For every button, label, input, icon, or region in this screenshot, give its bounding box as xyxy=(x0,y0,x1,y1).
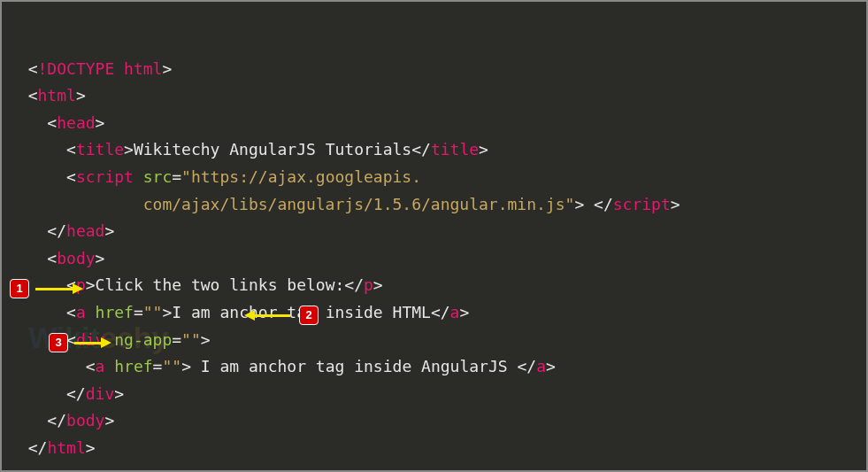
code-line: </body> xyxy=(9,411,114,429)
code-line: <script src="https://ajax.googleapis. xyxy=(9,167,421,186)
annotation-badge-3: 3 xyxy=(49,333,68,352)
code-line: <a href=""> I am anchor tag inside Angul… xyxy=(9,357,556,375)
arrow-right-icon xyxy=(35,288,74,290)
code-line: <!DOCTYPE html> xyxy=(9,59,172,78)
code-line: <title>Wikitechy AngularJS Tutorials</ti… xyxy=(9,140,488,159)
code-line: </html> xyxy=(9,438,96,457)
arrow-right-icon xyxy=(74,342,103,344)
code-line: </head> xyxy=(9,221,114,240)
arrow-left-icon xyxy=(253,314,290,317)
code-line: <html> xyxy=(9,86,86,104)
code-line: </div> xyxy=(9,384,124,403)
code-line: <head> xyxy=(9,113,104,132)
code-line: com/ajax/libs/angularjs/1.5.6/angular.mi… xyxy=(9,195,680,213)
annotation-badge-2: 2 xyxy=(299,306,319,325)
annotation-badge-1: 1 xyxy=(10,279,29,298)
code-line: <body> xyxy=(9,249,104,267)
code-line: <p>Click the two links below:</p> xyxy=(9,275,383,294)
code-block: <!DOCTYPE html> <html> <head> <title>Wik… xyxy=(9,28,859,462)
code-line: <a href="">I am anchor tag inside HTML</… xyxy=(9,303,469,321)
